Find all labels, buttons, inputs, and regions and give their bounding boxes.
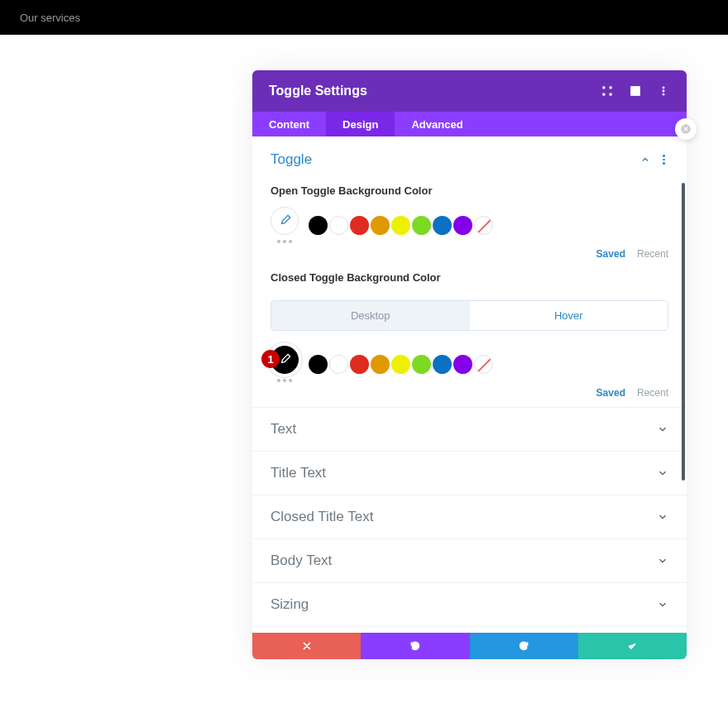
closed-toggle-palette (309, 355, 493, 374)
accordion-sizing[interactable]: Sizing (252, 582, 687, 626)
segment-hover[interactable]: Hover (470, 301, 668, 330)
open-toggle-swatch-row (252, 207, 687, 243)
accordion-spacing[interactable]: Spacing (252, 626, 687, 633)
dock-icon[interactable] (629, 84, 642, 98)
swatch-orange[interactable] (371, 355, 390, 374)
swatch-black[interactable] (309, 216, 328, 235)
swatch-purple[interactable] (453, 355, 472, 374)
saved-tab[interactable]: Saved (596, 387, 625, 399)
closed-toggle-bg-label: Closed Toggle Background Color (252, 261, 687, 294)
section-title-toggle: Toggle (271, 151, 640, 168)
panel-header-icons (601, 84, 670, 98)
expand-icon[interactable] (601, 84, 614, 98)
swatch-green[interactable] (412, 355, 431, 374)
accordion-title: Title Text (271, 465, 657, 481)
footer-actions (252, 633, 687, 659)
swatch-red[interactable] (350, 355, 369, 374)
confirm-button[interactable] (578, 633, 687, 659)
accordion-text[interactable]: Text (252, 407, 687, 451)
accordion-title: Body Text (271, 553, 657, 569)
panel-title: Toggle Settings (269, 84, 601, 98)
chevron-down-icon (657, 555, 668, 567)
settings-panel: Toggle Settings Content Design Advanced … (252, 70, 687, 659)
closed-toggle-footer: Saved Recent (252, 382, 687, 400)
swatch-white[interactable] (329, 355, 348, 374)
saved-tab[interactable]: Saved (596, 248, 625, 260)
swatch-more-icon[interactable] (277, 240, 292, 243)
accordion-title-text[interactable]: Title Text (252, 451, 687, 495)
cancel-button[interactable] (252, 633, 361, 659)
panel-header: Toggle Settings (252, 70, 687, 112)
section-toggle-header[interactable]: Toggle (252, 136, 687, 175)
closed-segment: Desktop Hover (252, 294, 687, 334)
redo-button[interactable] (470, 633, 578, 659)
section-more-icon[interactable] (659, 155, 668, 165)
scrollbar[interactable] (682, 183, 685, 505)
segment-desktop[interactable]: Desktop (271, 301, 470, 330)
recent-tab[interactable]: Recent (637, 248, 668, 260)
step-badge: 1 (261, 350, 280, 368)
swatch-orange[interactable] (371, 216, 390, 235)
svg-rect-0 (603, 87, 605, 88)
eyedropper-closed-button[interactable]: 1 (271, 346, 299, 374)
swatch-yellow[interactable] (391, 216, 410, 235)
swatch-none[interactable] (474, 355, 493, 374)
accordion-title: Text (271, 421, 657, 438)
open-toggle-palette (309, 216, 493, 235)
accordion-body-text[interactable]: Body Text (252, 538, 687, 582)
svg-rect-1 (610, 87, 611, 88)
chevron-up-icon[interactable] (640, 155, 650, 165)
undo-button[interactable] (361, 633, 469, 659)
recent-tab[interactable]: Recent (637, 387, 668, 399)
chevron-down-icon (657, 467, 668, 479)
chevron-down-icon (657, 423, 668, 435)
svg-point-6 (663, 87, 664, 88)
accordion-title: Sizing (271, 596, 657, 613)
eyedropper-open-button[interactable] (271, 207, 299, 235)
chevron-down-icon (657, 511, 668, 523)
swatch-more-icon[interactable] (277, 379, 292, 382)
svg-point-7 (663, 90, 664, 92)
svg-rect-2 (603, 93, 605, 95)
swatch-purple[interactable] (453, 216, 472, 235)
svg-rect-3 (610, 93, 611, 95)
swatch-black[interactable] (309, 355, 328, 374)
swatch-none[interactable] (474, 216, 493, 235)
chevron-down-icon (657, 599, 668, 610)
breadcrumb: Our services (20, 12, 80, 24)
swatch-red[interactable] (350, 216, 369, 235)
topbar: Our services (0, 0, 728, 35)
swatch-white[interactable] (329, 216, 348, 235)
tab-design[interactable]: Design (326, 112, 395, 136)
svg-point-8 (663, 93, 664, 95)
tab-advanced[interactable]: Advanced (395, 112, 479, 136)
accordion-title: Closed Title Text (271, 509, 657, 525)
open-toggle-footer: Saved Recent (252, 243, 687, 261)
open-toggle-bg-label: Open Toggle Background Color (252, 175, 687, 207)
swatch-yellow[interactable] (391, 355, 410, 374)
closed-toggle-swatch-row: 1 (252, 346, 687, 382)
tabs: Content Design Advanced (252, 112, 687, 136)
more-vertical-icon[interactable] (657, 84, 670, 98)
tab-content[interactable]: Content (252, 112, 326, 136)
swatch-cyan[interactable] (433, 355, 452, 374)
accordion-closed-title-text[interactable]: Closed Title Text (252, 495, 687, 538)
panel-body: Toggle Open Toggle Background Color (252, 136, 687, 633)
swatch-cyan[interactable] (433, 216, 452, 235)
swatch-green[interactable] (412, 216, 431, 235)
